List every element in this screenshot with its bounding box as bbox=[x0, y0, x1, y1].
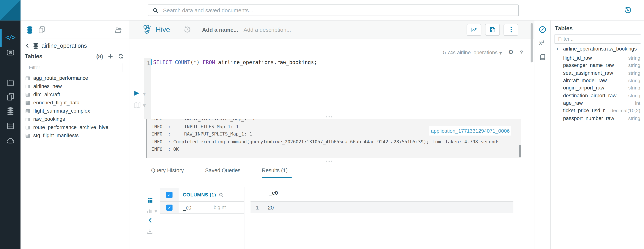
nav-databases[interactable] bbox=[0, 104, 20, 118]
table-list-item[interactable]: airlines_new bbox=[20, 82, 129, 90]
engine-badge: Hive bbox=[142, 24, 170, 35]
table-list-item[interactable]: enriched_flight_data bbox=[20, 98, 129, 107]
info-icon[interactable]: i bbox=[556, 46, 561, 52]
sql-token: COUNT bbox=[175, 59, 190, 65]
left-assist-panel: airline_operations Tables (8) agg_route_… bbox=[20, 20, 129, 249]
query-description-placeholder[interactable]: Add a description... bbox=[244, 27, 291, 33]
table-list-item[interactable]: dim_aircraft bbox=[20, 90, 129, 98]
resize-handle-bottom[interactable] bbox=[326, 161, 332, 162]
sql-line[interactable]: SELECT COUNT(*) FROM airline_operations.… bbox=[153, 59, 317, 65]
table-name: raw_bookings bbox=[33, 116, 65, 122]
tables-filter-input[interactable] bbox=[28, 64, 119, 71]
table-list-item[interactable]: flight_summary_complex bbox=[20, 107, 129, 115]
pages-icon bbox=[6, 92, 14, 101]
query-history-icon[interactable] bbox=[184, 26, 191, 33]
hue-logo[interactable] bbox=[0, 0, 20, 20]
tab[interactable]: Results (1) bbox=[262, 167, 292, 178]
breadcrumb: airline_operations bbox=[24, 42, 87, 49]
nav-cloud[interactable] bbox=[0, 134, 20, 148]
table-grid-icon bbox=[25, 108, 30, 114]
global-search[interactable] bbox=[148, 4, 518, 16]
refresh-icon[interactable] bbox=[118, 54, 124, 59]
result-grid-header[interactable]: _c0 bbox=[269, 190, 278, 196]
add-table-icon[interactable] bbox=[108, 54, 113, 59]
language-reference-book-icon[interactable] bbox=[539, 54, 546, 61]
text-cursor bbox=[151, 59, 152, 65]
schema-column-row[interactable]: seat_assignment_raw string bbox=[551, 69, 644, 77]
explain-map-icon[interactable] bbox=[133, 101, 141, 109]
explain-options-caret[interactable]: ▼ bbox=[143, 104, 146, 108]
nav-tables[interactable] bbox=[0, 119, 20, 133]
nav-dashboard[interactable] bbox=[0, 45, 20, 59]
kebab-icon bbox=[508, 26, 514, 33]
chart-options-caret[interactable]: ▼ bbox=[154, 209, 157, 213]
editor-scrollbar[interactable] bbox=[531, 23, 533, 62]
save-button[interactable] bbox=[485, 24, 500, 36]
nav-files[interactable] bbox=[0, 90, 20, 104]
active-table-row[interactable]: i airline_operations.raw_bookings bbox=[551, 46, 644, 52]
right-filter[interactable] bbox=[554, 34, 641, 44]
settings-gear-icon[interactable]: ⚙ bbox=[508, 49, 514, 55]
tables-section-header: Tables (8) bbox=[24, 53, 124, 60]
result-columns-panel: COLUMNS (1) _c0 bigint bbox=[160, 188, 244, 214]
yarn-application-link[interactable]: application_1771331294071_0006 bbox=[429, 126, 511, 136]
schema-column-row[interactable]: origin_airport_raw string bbox=[551, 84, 644, 92]
table-list-item[interactable]: route_performance_archive_hive bbox=[20, 123, 129, 132]
schema-column-row[interactable]: passenger_name_raw string bbox=[551, 62, 644, 69]
databases-tab-icon[interactable] bbox=[26, 26, 34, 34]
resize-handle-top[interactable] bbox=[326, 116, 332, 118]
result-row[interactable]: 1 20 bbox=[250, 201, 513, 213]
collapse-chevron-icon[interactable] bbox=[147, 217, 153, 224]
tables-filter[interactable] bbox=[24, 63, 122, 72]
help-icon[interactable]: ? bbox=[520, 49, 523, 55]
query-name-placeholder[interactable]: Add a name... bbox=[202, 27, 238, 33]
tab[interactable]: Saved Queries bbox=[205, 167, 240, 177]
download-icon[interactable] bbox=[147, 228, 153, 234]
nav-documents[interactable] bbox=[0, 75, 20, 89]
schema-column-type: string bbox=[628, 62, 640, 68]
table-list-item[interactable]: raw_bookings bbox=[20, 115, 129, 123]
table-name: airlines_new bbox=[33, 83, 62, 89]
execute-options-caret[interactable]: ▼ bbox=[143, 92, 146, 96]
column-search-icon[interactable] bbox=[218, 192, 224, 197]
row-number: 1 bbox=[256, 204, 264, 210]
more-actions-button[interactable] bbox=[504, 24, 518, 36]
database-name[interactable]: airline_operations bbox=[42, 42, 87, 49]
bar-chart-icon[interactable] bbox=[146, 208, 152, 214]
exec-database-dropdown[interactable]: 5.74s airline_operations▼ bbox=[443, 50, 502, 55]
schema-column-row[interactable]: aircraft_model_raw string bbox=[551, 77, 644, 84]
right-filter-input[interactable] bbox=[557, 36, 638, 42]
table-list-item[interactable]: agg_route_performance bbox=[20, 74, 129, 82]
history-icon[interactable] bbox=[624, 6, 632, 14]
table-list-item[interactable]: stg_flight_manifests bbox=[20, 132, 129, 140]
schema-column-row[interactable]: passport_number_raw string bbox=[551, 114, 644, 122]
column-checkbox[interactable] bbox=[166, 204, 172, 210]
schema-column-row[interactable]: ticket_price_usd_r... decimal(10,2) bbox=[551, 107, 644, 114]
schema-column-name: passport_number_raw bbox=[563, 115, 628, 121]
open-folder-icon[interactable] bbox=[114, 26, 122, 34]
results-divider bbox=[244, 187, 244, 249]
schema-column-row[interactable]: flight_id_raw string bbox=[551, 54, 644, 62]
search-input[interactable] bbox=[162, 7, 514, 14]
grid-view-icon[interactable] bbox=[147, 197, 153, 203]
active-table-name[interactable]: airline_operations.raw_bookings bbox=[563, 46, 637, 52]
tables-count: (8) bbox=[96, 53, 103, 59]
schema-column-name: origin_airport_raw bbox=[563, 85, 628, 91]
execute-button[interactable]: ▶ bbox=[134, 90, 139, 96]
assist-compass-icon[interactable] bbox=[538, 26, 547, 34]
log-scrollbar[interactable] bbox=[519, 145, 521, 157]
select-all-checkbox[interactable] bbox=[166, 192, 172, 198]
functions-icon[interactable]: x² bbox=[539, 40, 544, 46]
result-column-row[interactable]: _c0 bigint bbox=[160, 202, 244, 214]
editor-gutter: 1 bbox=[144, 58, 151, 119]
chart-button[interactable] bbox=[466, 24, 481, 36]
editor-header: Hive Add a name... Add a description... bbox=[129, 20, 534, 39]
schema-column-type: decimal(10,2) bbox=[610, 108, 640, 114]
schema-column-row[interactable]: destination_airport_raw string bbox=[551, 92, 644, 99]
back-chevron-icon[interactable] bbox=[24, 43, 30, 48]
schema-column-row[interactable]: age_raw int bbox=[551, 99, 644, 107]
tab[interactable]: Query History bbox=[151, 167, 184, 177]
nav-editor[interactable]: </> bbox=[0, 30, 20, 44]
documents-tab-icon[interactable] bbox=[38, 26, 46, 34]
engine-name: Hive bbox=[156, 25, 170, 34]
